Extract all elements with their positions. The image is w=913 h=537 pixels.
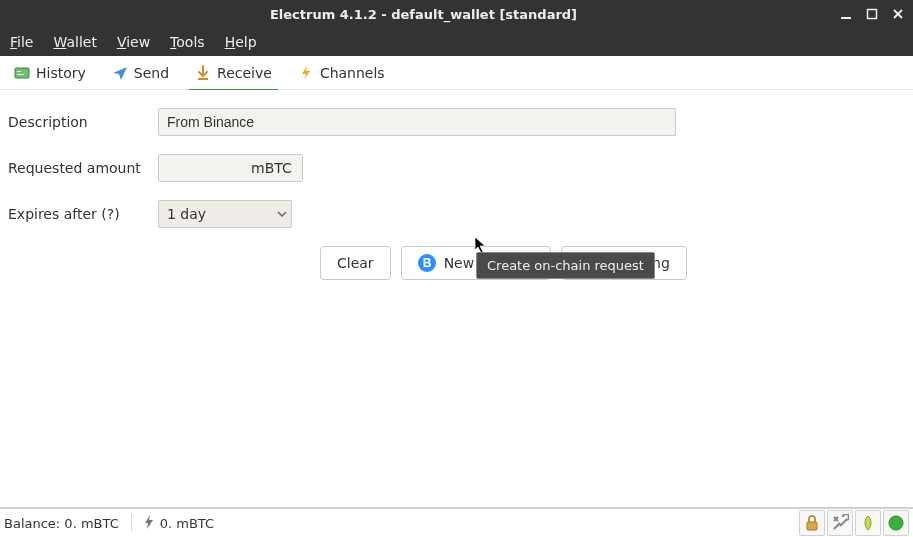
- menu-file[interactable]: File: [10, 34, 33, 50]
- close-button[interactable]: [891, 7, 905, 21]
- menu-tools[interactable]: Tools: [170, 34, 205, 50]
- network-status-icon[interactable]: [883, 510, 909, 536]
- tab-label: Channels: [320, 65, 385, 81]
- status-right: [799, 510, 909, 536]
- tab-label: Send: [134, 65, 169, 81]
- maximize-button[interactable]: [865, 7, 879, 21]
- window-title: Electrum 4.1.2 - default_wallet [standar…: [8, 7, 839, 22]
- window-titlebar: Electrum 4.1.2 - default_wallet [standar…: [0, 0, 913, 28]
- svg-rect-5: [17, 71, 21, 72]
- window-controls: [839, 7, 905, 21]
- menu-wallet[interactable]: Wallet: [53, 34, 96, 50]
- lightning-icon: [298, 65, 314, 81]
- description-label: Description: [8, 114, 158, 130]
- svg-rect-4: [15, 68, 29, 78]
- menubar: File Wallet View Tools Help: [0, 28, 913, 56]
- description-input[interactable]: [158, 108, 676, 136]
- svg-text:B: B: [422, 256, 431, 270]
- bitcoin-icon: B: [418, 254, 436, 272]
- svg-rect-6: [17, 74, 24, 75]
- svg-rect-10: [807, 522, 817, 530]
- tab-bar: History Send Receive Channels: [0, 56, 913, 90]
- receive-panel: Description Requested amount mBTC Expire…: [0, 90, 913, 507]
- menu-view[interactable]: View: [117, 34, 150, 50]
- tooltip: Create on-chain request: [476, 252, 655, 279]
- expires-select[interactable]: 1 day: [158, 200, 292, 228]
- svg-rect-1: [868, 10, 877, 19]
- svg-point-11: [889, 516, 903, 530]
- tab-label: History: [36, 65, 86, 81]
- chevron-down-icon: [277, 206, 287, 222]
- row-amount: Requested amount mBTC: [8, 154, 905, 182]
- status-left: Balance: 0. mBTC 0. mBTC: [4, 514, 214, 532]
- clear-button[interactable]: Clear: [320, 246, 391, 280]
- amount-input-wrap: mBTC: [158, 154, 303, 182]
- status-bar: Balance: 0. mBTC 0. mBTC: [0, 507, 913, 537]
- tab-channels[interactable]: Channels: [288, 61, 395, 85]
- menu-help[interactable]: Help: [225, 34, 257, 50]
- row-expires: Expires after (?) 1 day: [8, 200, 905, 228]
- balance-text: Balance: 0. mBTC: [4, 516, 119, 531]
- lock-icon[interactable]: [799, 510, 825, 536]
- tab-label: Receive: [217, 65, 272, 81]
- button-label: Clear: [337, 255, 374, 271]
- lightning-small-icon: [144, 515, 154, 532]
- expires-value: 1 day: [167, 206, 206, 222]
- tools-icon[interactable]: [827, 510, 853, 536]
- lightning-balance-text: 0. mBTC: [160, 516, 214, 531]
- amount-unit: mBTC: [249, 160, 302, 176]
- tab-send[interactable]: Send: [102, 61, 179, 85]
- history-icon: [14, 65, 30, 81]
- tab-history[interactable]: History: [4, 61, 96, 85]
- amount-input[interactable]: [159, 155, 249, 181]
- minimize-button[interactable]: [839, 7, 853, 21]
- row-description: Description: [8, 108, 905, 136]
- separator: [131, 514, 132, 532]
- seed-icon[interactable]: [855, 510, 881, 536]
- send-icon: [112, 65, 128, 81]
- tab-receive[interactable]: Receive: [185, 61, 282, 85]
- receive-icon: [195, 65, 211, 81]
- expires-label: Expires after (?): [8, 206, 158, 222]
- amount-label: Requested amount: [8, 160, 158, 176]
